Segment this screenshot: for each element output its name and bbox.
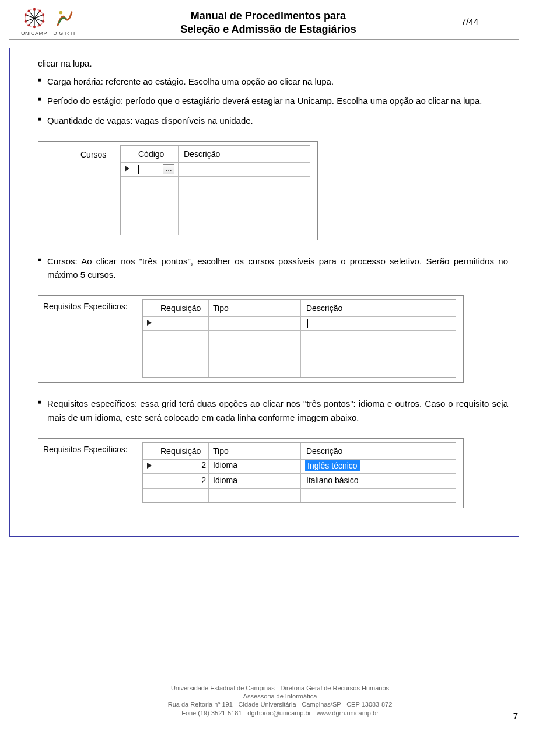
footer-line-2: Assessoria de Informática bbox=[41, 692, 519, 700]
dgrh-logo-icon bbox=[53, 7, 75, 29]
unicamp-logo-icon bbox=[23, 7, 46, 29]
grid-header-sep-2 bbox=[143, 316, 456, 317]
figure-requisitos-filled: Requisitos Específicos: Requisição Tipo … bbox=[38, 438, 464, 508]
svg-point-19 bbox=[24, 13, 26, 16]
footer-line-3: Rua da Reitoria nº 191 - Cidade Universi… bbox=[41, 700, 519, 708]
requisitos-label: Requisitos Específicos: bbox=[43, 302, 128, 311]
col-codigo: Código bbox=[138, 149, 164, 159]
svg-point-21 bbox=[59, 11, 62, 15]
grid-row-sep-2 bbox=[143, 330, 456, 331]
grid-vline-e bbox=[208, 443, 209, 502]
grid-header-sep-3 bbox=[143, 459, 456, 460]
unicamp-logo: UNICAMP bbox=[21, 7, 47, 36]
svg-point-17 bbox=[27, 24, 30, 26]
page-header: UNICAMP D G R H Manual de Procedimentos … bbox=[9, 0, 519, 40]
document-title: Manual de Procedimentos para Seleção e A… bbox=[75, 7, 461, 37]
grid-header-sep bbox=[121, 162, 310, 163]
requisitos-grid-panel: Requisição Tipo Descrição bbox=[142, 299, 456, 378]
requisitos-label-2: Requisitos Específicos: bbox=[43, 445, 128, 454]
grid-row-sep-3a bbox=[143, 473, 456, 474]
dgrh-logo-label: D G R H bbox=[53, 30, 75, 36]
text-cursor bbox=[138, 165, 139, 174]
svg-point-15 bbox=[38, 24, 41, 26]
grid-vline-1 bbox=[134, 146, 134, 235]
page-indicator-top: 7/44 bbox=[461, 7, 478, 26]
col-tipo: Tipo bbox=[213, 303, 229, 313]
col-descricao: Descrição bbox=[306, 303, 342, 313]
r2-desc: Italiano básico bbox=[306, 476, 359, 485]
r2-tipo: Idioma bbox=[213, 476, 237, 485]
lead-line: clicar na lupa. bbox=[38, 57, 508, 70]
col-requisicao: Requisição bbox=[160, 303, 201, 313]
grid-vline-2 bbox=[178, 146, 178, 235]
svg-point-18 bbox=[24, 20, 26, 23]
r1-req: 2 bbox=[201, 460, 206, 470]
bullet-cursos: Cursos: Ao clicar nos "três pontos", esc… bbox=[38, 254, 508, 282]
row-marker-icon-2 bbox=[147, 320, 152, 326]
requisitos-grid-panel-2: Requisição Tipo Descrição 2 Idioma Inglê… bbox=[142, 442, 456, 503]
unicamp-logo-label: UNICAMP bbox=[21, 30, 47, 36]
r2-req: 2 bbox=[201, 476, 206, 485]
bullet-list-mid: Cursos: Ao clicar nos "três pontos", esc… bbox=[38, 254, 508, 282]
ellipsis-button[interactable]: … bbox=[163, 164, 174, 174]
cursos-label: Cursos bbox=[80, 150, 106, 159]
text-cursor-2 bbox=[307, 319, 308, 328]
bullet-periodo-estagio: Período do estágio: período que o estagi… bbox=[38, 94, 508, 107]
grid-vline-c bbox=[300, 300, 301, 377]
bullet-list-bot: Requisitos específicos: essa grid terá d… bbox=[38, 397, 508, 424]
logo-group: UNICAMP D G R H bbox=[21, 7, 75, 36]
title-line-1: Manual de Procedimentos para bbox=[191, 10, 346, 22]
grid-vline-b bbox=[208, 300, 209, 377]
col-tipo-2: Tipo bbox=[213, 446, 229, 456]
page-footer: Universidade Estadual de Campinas - Dire… bbox=[41, 680, 519, 717]
grid-vline-a bbox=[156, 300, 156, 377]
svg-point-20 bbox=[27, 10, 30, 12]
grid-vline-f bbox=[300, 443, 301, 502]
bullet-quantidade-vagas: Quantidade de vagas: vagas disponíveis n… bbox=[38, 114, 508, 127]
bullet-requisitos-especificos: Requisitos específicos: essa grid terá d… bbox=[38, 397, 508, 424]
row-marker-icon-3 bbox=[147, 463, 152, 469]
bullet-list-top: Carga horária: referente ao estágio. Esc… bbox=[38, 75, 508, 127]
r1-tipo: Idioma bbox=[213, 460, 237, 470]
grid-row-sep bbox=[121, 176, 310, 177]
r1-desc-selected[interactable]: Inglês técnico bbox=[305, 460, 360, 471]
figure-cursos-grid: Cursos Código Descrição … bbox=[38, 141, 318, 240]
page-number-bottom: 7 bbox=[513, 711, 518, 721]
svg-point-16 bbox=[33, 26, 35, 28]
col-requisicao-2: Requisição bbox=[160, 446, 201, 456]
bullet-carga-horaria: Carga horária: referente ao estágio. Esc… bbox=[38, 75, 508, 88]
footer-line-1: Universidade Estadual de Campinas - Dire… bbox=[41, 684, 519, 692]
svg-point-11 bbox=[33, 8, 35, 11]
col-descricao-2: Descrição bbox=[306, 446, 342, 456]
row-marker-icon bbox=[125, 166, 130, 172]
cursos-grid-panel: Código Descrição … bbox=[120, 145, 310, 235]
footer-line-4: Fone (19) 3521-5181 - dgrhproc@unicamp.b… bbox=[41, 709, 519, 717]
figure-requisitos-empty: Requisitos Específicos: Requisição Tipo … bbox=[38, 295, 464, 383]
col-descricao: Descrição bbox=[184, 149, 220, 159]
svg-point-12 bbox=[38, 10, 41, 12]
title-line-2: Seleção e Admissão de Estagiários bbox=[180, 23, 356, 35]
content-frame: clicar na lupa. Carga horária: referente… bbox=[9, 48, 519, 537]
dgrh-logo: D G R H bbox=[53, 7, 75, 36]
svg-point-13 bbox=[42, 13, 44, 16]
grid-row-sep-3b bbox=[143, 488, 456, 489]
grid-vline-d bbox=[156, 443, 156, 502]
svg-point-14 bbox=[42, 20, 44, 23]
